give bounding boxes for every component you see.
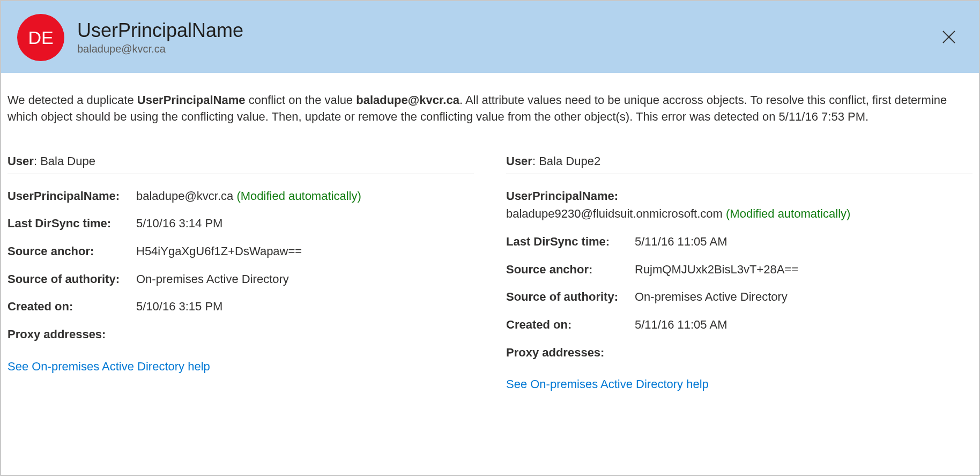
user-name-right: Bala Dupe2 (539, 154, 600, 168)
msg-attribute: UserPrincipalName (137, 93, 246, 107)
label-upn: UserPrincipalName: (506, 188, 972, 204)
label-proxy: Proxy addresses: (8, 326, 136, 343)
label-dirsync: Last DirSync time: (8, 215, 136, 232)
help-link-left[interactable]: See On-premises Active Directory help (8, 360, 210, 374)
help-link-right[interactable]: See On-premises Active Directory help (506, 377, 709, 391)
row-upn-left: UserPrincipalName: baladupe@kvcr.ca (Mod… (8, 188, 474, 204)
conflict-message: We detected a duplicate UserPrincipalNam… (8, 92, 972, 125)
panel-title: UserPrincipalName (77, 20, 243, 41)
value-upn-right: baladupe9230@fluidsuit.onmicrosoft.com (… (506, 206, 972, 222)
close-icon (941, 29, 956, 44)
row-dirsync-right: Last DirSync time: 5/11/16 11:05 AM (506, 234, 972, 250)
panel-header: DE UserPrincipalName baladupe@kvcr.ca (1, 1, 979, 73)
row-anchor-right: Source anchor: RujmQMJUxk2BisL3vT+28A== (506, 262, 972, 278)
row-created-right: Created on: 5/11/16 11:05 AM (506, 317, 972, 333)
value-created-left: 5/10/16 3:15 PM (136, 299, 474, 315)
user-heading-left: User: Bala Dupe (8, 154, 474, 174)
user-label: User (506, 154, 532, 168)
msg-pre: We detected a duplicate (8, 93, 137, 107)
label-authority: Source of authority: (8, 271, 136, 287)
row-authority-right: Source of authority: On-premises Active … (506, 289, 972, 305)
panel-body: We detected a duplicate UserPrincipalNam… (1, 73, 979, 475)
comparison-columns: User: Bala Dupe UserPrincipalName: balad… (8, 154, 972, 392)
value-created-right: 5/11/16 11:05 AM (635, 317, 972, 333)
msg-value: baladupe@kvcr.ca (356, 93, 459, 107)
label-authority: Source of authority: (506, 289, 635, 305)
value-authority-right: On-premises Active Directory (635, 289, 972, 305)
value-anchor-right: RujmQMJUxk2BisL3vT+28A== (635, 262, 972, 278)
msg-mid: conflict on the value (246, 93, 357, 107)
close-button[interactable] (938, 26, 960, 48)
upn-text-right: baladupe9230@fluidsuit.onmicrosoft.com (506, 207, 723, 220)
label-proxy: Proxy addresses: (506, 345, 635, 361)
header-text: UserPrincipalName baladupe@kvcr.ca (77, 20, 243, 56)
label-anchor: Source anchor: (8, 243, 136, 259)
label-created: Created on: (506, 317, 635, 333)
row-anchor-left: Source anchor: H54iYgaXgU6f1Z+DsWapaw== (8, 243, 474, 259)
row-created-left: Created on: 5/10/16 3:15 PM (8, 299, 474, 315)
row-authority-left: Source of authority: On-premises Active … (8, 271, 474, 287)
value-dirsync-left: 5/10/16 3:14 PM (136, 215, 474, 232)
avatar-initials: DE (28, 27, 53, 48)
panel-subtitle: baladupe@kvcr.ca (77, 43, 243, 55)
row-upn-right: UserPrincipalName: baladupe9230@fluidsui… (506, 188, 972, 222)
upn-text-left: baladupe@kvcr.ca (136, 189, 233, 203)
row-dirsync-left: Last DirSync time: 5/10/16 3:14 PM (8, 215, 474, 232)
object-left: User: Bala Dupe UserPrincipalName: balad… (8, 154, 474, 392)
user-label: User (8, 154, 34, 168)
label-upn: UserPrincipalName: (8, 188, 136, 204)
label-dirsync: Last DirSync time: (506, 234, 635, 250)
row-proxy-left: Proxy addresses: (8, 326, 474, 343)
modified-badge-right: (Modified automatically) (726, 207, 850, 220)
object-right: User: Bala Dupe2 UserPrincipalName: bala… (506, 154, 972, 392)
label-anchor: Source anchor: (506, 262, 635, 278)
conflict-detail-panel: DE UserPrincipalName baladupe@kvcr.ca We… (0, 0, 980, 476)
value-upn-left: baladupe@kvcr.ca (Modified automatically… (136, 188, 474, 204)
user-heading-right: User: Bala Dupe2 (506, 154, 972, 174)
label-created: Created on: (8, 299, 136, 315)
row-proxy-right: Proxy addresses: (506, 345, 972, 361)
user-name-left: Bala Dupe (40, 154, 95, 168)
avatar: DE (17, 14, 64, 61)
value-authority-left: On-premises Active Directory (136, 271, 474, 287)
modified-badge-left: (Modified automatically) (236, 189, 361, 203)
value-dirsync-right: 5/11/16 11:05 AM (635, 234, 972, 250)
value-anchor-left: H54iYgaXgU6f1Z+DsWapaw== (136, 243, 474, 259)
